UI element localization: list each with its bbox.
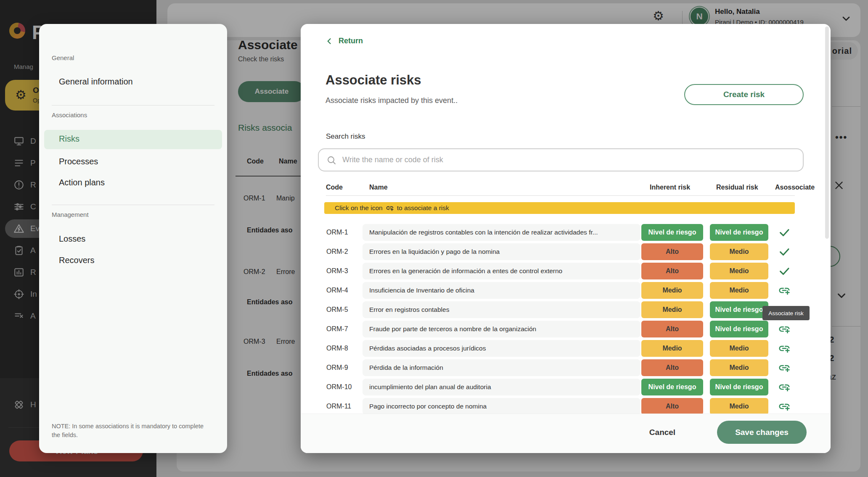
- associations-panel: GeneralGeneral informationAssociationsRi…: [39, 24, 227, 453]
- risk-code: ORM-9: [326, 359, 348, 376]
- risk-table-row: ORM-4 Insuficiencia de Inventario de ofi…: [301, 282, 831, 299]
- panel-section-label: Associations: [52, 111, 87, 119]
- search-box[interactable]: [318, 148, 804, 171]
- risk-table-row: ORM-3 Errores en la generación de inform…: [301, 263, 831, 279]
- inherent-risk-badge: Nivel de riesgo: [641, 379, 703, 395]
- associate-link-icon: [386, 204, 394, 212]
- panel-item-losses[interactable]: Losses: [59, 234, 85, 244]
- residual-risk-badge: Medio: [710, 282, 768, 299]
- risk-table-row: ORM-1 Manipulación de registros contable…: [301, 224, 831, 241]
- panel-section-label: Management: [52, 211, 89, 218]
- column-name: Name: [369, 184, 388, 191]
- associate-link-icon[interactable]: [775, 282, 794, 299]
- risk-code: ORM-11: [326, 398, 351, 415]
- residual-risk-badge: Nivel de riesgo: [710, 224, 768, 241]
- associate-link-icon[interactable]: [775, 340, 794, 357]
- associate-risks-modal: Return Associate risks Associate risks i…: [301, 24, 831, 453]
- column-associate: Asossociate: [775, 184, 815, 191]
- risk-name: Errores en la generación de información …: [363, 263, 640, 279]
- risk-table-row: ORM-5 Error en registros contables Medio…: [301, 301, 831, 318]
- panel-item-action-plans[interactable]: Action plans: [59, 178, 105, 187]
- risk-code: ORM-1: [326, 224, 348, 241]
- residual-risk-badge: Nivel de riesgo: [710, 379, 768, 395]
- column-code: Code: [326, 184, 343, 191]
- risk-table-row: ORM-7 Fraude por parte de terceros a nom…: [301, 321, 831, 337]
- residual-risk-badge: Medio: [710, 359, 768, 376]
- risk-table-row: ORM-9 Pérdida de la información Alto Med…: [301, 359, 831, 376]
- banner-text-suffix: to associate a risk: [397, 204, 449, 212]
- inherent-risk-badge: Medio: [641, 340, 703, 357]
- inherent-risk-badge: Alto: [641, 359, 703, 376]
- associate-link-icon[interactable]: [775, 321, 794, 337]
- search-icon: [326, 155, 336, 165]
- cancel-button[interactable]: Cancel: [635, 428, 690, 437]
- inherent-risk-badge: Alto: [641, 263, 703, 279]
- inherent-risk-badge: Medio: [641, 282, 703, 299]
- panel-divider: [52, 205, 214, 205]
- return-button[interactable]: Return: [325, 37, 363, 45]
- risk-table-row: ORM-11 Pago incorrecto por concepto de n…: [301, 398, 831, 415]
- column-residual-risk: Residual risk: [716, 184, 758, 191]
- associate-risk-tooltip: Associate risk: [762, 306, 810, 320]
- risk-name: Insuficiencia de Inventario de oficina: [363, 282, 640, 299]
- risk-name: Fraude por parte de terceros a nombre de…: [363, 321, 640, 337]
- modal-subtitle: Associate risks impacted by this event..: [326, 96, 458, 105]
- risk-code: ORM-3: [326, 263, 348, 279]
- risk-name: Error en registros contables: [363, 301, 640, 318]
- hint-banner: Click on the icon to associate a risk: [324, 202, 795, 214]
- risk-code: ORM-5: [326, 301, 348, 318]
- return-label: Return: [339, 37, 363, 45]
- inherent-risk-badge: Nivel de riesgo: [641, 224, 703, 241]
- risk-code: ORM-8: [326, 340, 348, 357]
- risk-table-row: ORM-10 incumplimiento del plan anual de …: [301, 379, 831, 395]
- risk-name: Pérdida de la información: [363, 359, 640, 376]
- modal-footer: Cancel Save changes: [301, 414, 831, 453]
- save-changes-button[interactable]: Save changes: [717, 421, 807, 444]
- chevron-left-icon: [325, 37, 333, 45]
- panel-item-recovers[interactable]: Recovers: [59, 256, 94, 265]
- associated-check-icon[interactable]: [775, 224, 794, 241]
- risk-name: Pago incorrecto por concepto de nomina: [363, 398, 640, 415]
- associated-check-icon[interactable]: [775, 263, 794, 279]
- residual-risk-badge: Medio: [710, 398, 768, 415]
- residual-risk-badge: Medio: [710, 263, 768, 279]
- panel-note: NOTE: In some associations it is mandato…: [52, 422, 207, 440]
- banner-text-prefix: Click on the icon: [335, 204, 383, 212]
- risk-name: Pérdidas asociadas a procesos jurídicos: [363, 340, 640, 357]
- app-page: P Manag ⚙ O Op DPRCEvARInA H View Plans …: [0, 0, 868, 477]
- risk-name: Errores en la liquidación y pago de la n…: [363, 243, 640, 260]
- inherent-risk-badge: Alto: [641, 243, 703, 260]
- search-input[interactable]: [341, 155, 803, 165]
- residual-risk-badge: Medio: [710, 243, 768, 260]
- search-risks-label: Search risks: [326, 132, 365, 141]
- column-inherent-risk: Inherent risk: [650, 184, 690, 191]
- risk-name: incumplimiento del plan anual de auditor…: [363, 379, 640, 395]
- inherent-risk-badge: Medio: [641, 301, 703, 318]
- inherent-risk-badge: Alto: [641, 321, 703, 337]
- panel-item-general-information[interactable]: General information: [59, 77, 133, 87]
- modal-scrollbar[interactable]: [825, 26, 829, 239]
- risk-table-row: ORM-2 Errores en la liquidación y pago d…: [301, 243, 831, 260]
- residual-risk-badge: Nivel de riesgo: [710, 321, 768, 337]
- risk-code: ORM-7: [326, 321, 348, 337]
- panel-section-label: General: [52, 54, 74, 61]
- residual-risk-badge: Medio: [710, 340, 768, 357]
- associate-link-icon[interactable]: [775, 379, 794, 395]
- panel-divider: [52, 105, 214, 105]
- risk-table-row: ORM-8 Pérdidas asociadas a procesos jurí…: [301, 340, 831, 357]
- associate-link-icon[interactable]: [775, 398, 794, 415]
- associated-check-icon[interactable]: [775, 243, 794, 260]
- table-header-divider: [326, 195, 795, 196]
- risk-code: ORM-2: [326, 243, 348, 260]
- associate-link-icon[interactable]: [775, 359, 794, 376]
- panel-item-label: Risks: [59, 134, 79, 144]
- panel-item-processes[interactable]: Processes: [59, 157, 98, 166]
- panel-item-risks[interactable]: Risks: [44, 130, 222, 149]
- create-risk-button[interactable]: Create risk: [684, 84, 804, 105]
- risk-code: ORM-10: [326, 379, 352, 395]
- risk-name: Manipulación de registros contables con …: [363, 224, 640, 241]
- residual-risk-badge: Nivel de riesgo: [710, 301, 768, 318]
- modal-title: Associate risks: [326, 73, 421, 88]
- inherent-risk-badge: Alto: [641, 398, 703, 415]
- risk-code: ORM-4: [326, 282, 348, 299]
